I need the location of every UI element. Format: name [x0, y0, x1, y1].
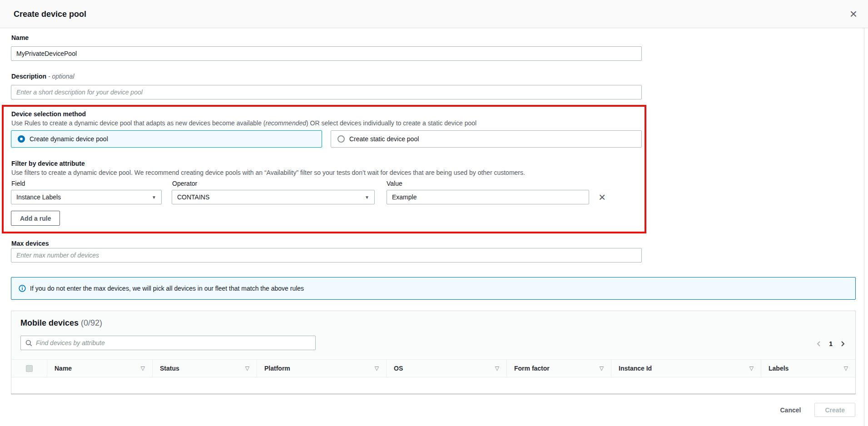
pagination: 1 [815, 338, 846, 349]
dialog-right-edge [864, 28, 864, 426]
radio-tile-label: Create dynamic device pool [30, 135, 108, 143]
close-icon[interactable]: × [850, 8, 857, 20]
description-input[interactable] [11, 85, 642, 99]
device-search[interactable] [20, 336, 316, 350]
filter-section-description: Use filters to create a dynamic device p… [11, 169, 525, 176]
checkbox-icon [26, 365, 33, 372]
name-label: Name [11, 34, 29, 41]
column-header-name[interactable]: Name▽ [47, 360, 152, 377]
name-input[interactable] [11, 46, 642, 61]
operator-select[interactable]: CONTAINS ▼ [172, 190, 375, 204]
chevron-down-icon: ▼ [361, 195, 369, 200]
radio-tile-static-pool[interactable]: Create static device pool [331, 130, 642, 148]
filter-icon: ▽ [600, 365, 604, 372]
optional-suffix: - optional [46, 73, 74, 80]
dialog-footer: Cancel Create [780, 403, 855, 417]
field-label: Field [11, 180, 25, 187]
max-devices-input[interactable] [11, 248, 642, 263]
previous-page-icon [815, 340, 823, 347]
device-table-header: Name▽ Status▽ Platform▽ OS▽ Form factor▽… [11, 359, 855, 377]
create-device-pool-dialog: Create device pool × Name Description - … [0, 0, 868, 426]
device-selection-tiles: Create dynamic device pool Create static… [11, 130, 642, 148]
devices-count: (0/92) [81, 318, 102, 327]
column-header-form-factor[interactable]: Form factor▽ [506, 360, 611, 377]
column-header-labels[interactable]: Labels▽ [761, 360, 855, 377]
column-header-instance-id[interactable]: Instance Id▽ [611, 360, 761, 377]
filter-section-label: Filter by device attribute [11, 160, 85, 167]
column-header-platform[interactable]: Platform▽ [257, 360, 386, 377]
filter-icon: ▽ [141, 365, 145, 372]
page-number[interactable]: 1 [829, 340, 833, 347]
operator-select-value: CONTAINS [177, 193, 209, 201]
radio-selected-icon [18, 135, 25, 143]
mobile-devices-card: Mobile devices (0/92) 1 Name▽ Status▽ Pl… [11, 311, 856, 394]
info-banner: If you do not enter the max devices, we … [11, 277, 856, 300]
add-rule-button[interactable]: Add a rule [11, 211, 60, 226]
filter-icon: ▽ [749, 365, 754, 372]
field-select[interactable]: Instance Labels ▼ [11, 190, 162, 204]
radio-unselected-icon [337, 135, 345, 143]
radio-tile-label: Create static device pool [349, 135, 419, 143]
filter-icon: ▽ [495, 365, 499, 372]
filter-icon: ▽ [844, 365, 848, 372]
next-page-icon[interactable] [839, 340, 846, 347]
column-header-status[interactable]: Status▽ [152, 360, 257, 377]
max-devices-label: Max devices [11, 240, 49, 247]
chevron-down-icon: ▼ [148, 195, 156, 200]
operator-label: Operator [172, 180, 197, 187]
devices-card-title: Mobile devices (0/92) [20, 318, 102, 328]
search-icon [25, 340, 32, 347]
remove-rule-icon[interactable]: × [599, 191, 605, 203]
column-header-os[interactable]: OS▽ [386, 360, 506, 377]
info-icon [19, 285, 26, 292]
select-all-checkbox [11, 360, 47, 377]
description-label: Description - optional [11, 73, 74, 80]
cancel-button[interactable]: Cancel [780, 406, 801, 414]
value-input[interactable] [387, 190, 589, 204]
device-table-empty-row [11, 378, 855, 394]
field-select-value: Instance Labels [16, 193, 61, 201]
info-banner-text: If you do not enter the max devices, we … [30, 285, 304, 292]
device-search-input[interactable] [36, 339, 311, 347]
selection-method-description: Use Rules to create a dynamic device poo… [11, 119, 476, 127]
filter-icon: ▽ [375, 365, 379, 372]
selection-method-label: Device selection method [11, 110, 86, 118]
radio-tile-dynamic-pool[interactable]: Create dynamic device pool [11, 130, 322, 148]
page-title: Create device pool [14, 9, 86, 19]
value-label: Value [387, 180, 402, 187]
create-button[interactable]: Create [814, 403, 855, 417]
filter-icon: ▽ [245, 365, 249, 372]
dialog-header: Create device pool × [0, 0, 868, 28]
